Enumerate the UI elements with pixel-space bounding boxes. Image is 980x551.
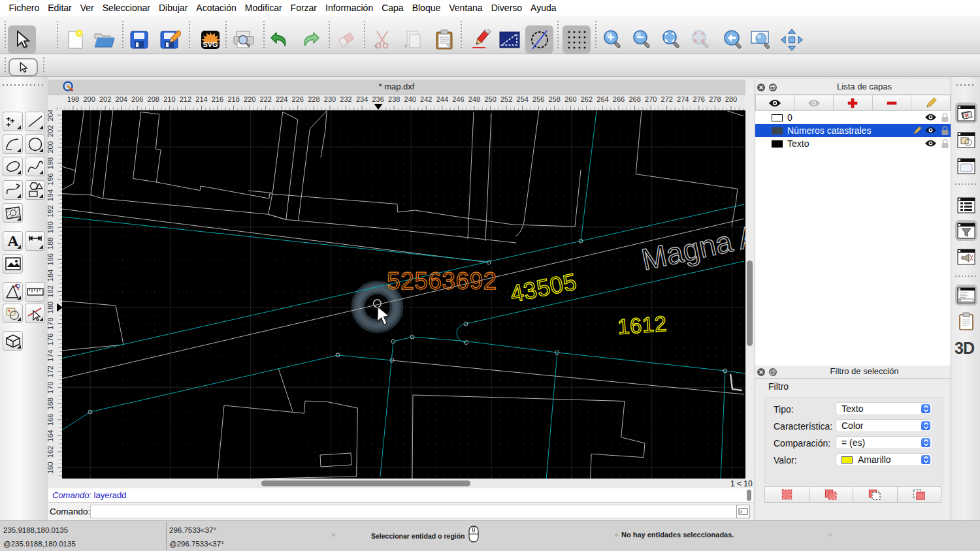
svg-text:212: 212 <box>180 95 191 103</box>
svg-text:228: 228 <box>308 95 319 103</box>
svg-text:170: 170 <box>48 382 54 394</box>
svg-text:164: 164 <box>48 430 54 441</box>
svg-text:244: 244 <box>436 95 448 103</box>
svg-text:234: 234 <box>356 95 368 103</box>
svg-text:266: 266 <box>613 95 625 103</box>
svg-text:260: 260 <box>564 95 576 103</box>
svg-text:+: + <box>374 42 378 50</box>
svg-text:214: 214 <box>195 95 207 103</box>
svg-text:226: 226 <box>292 95 304 103</box>
svg-text:200: 200 <box>83 95 95 103</box>
svg-text:268: 268 <box>629 95 640 103</box>
svg-text:220: 220 <box>244 95 255 103</box>
svg-text:190: 190 <box>48 221 54 233</box>
svg-text:180: 180 <box>48 302 54 313</box>
svg-text:240: 240 <box>404 95 416 103</box>
svg-text:254: 254 <box>517 95 529 103</box>
svg-text:204: 204 <box>116 95 127 103</box>
svg-text:196: 196 <box>48 173 54 185</box>
svg-text:210: 210 <box>163 95 175 103</box>
svg-text:276: 276 <box>693 95 705 103</box>
svg-text:278: 278 <box>709 95 721 103</box>
svg-text:162: 162 <box>48 446 54 458</box>
svg-text:194: 194 <box>48 189 54 201</box>
svg-text:280: 280 <box>725 95 737 103</box>
svg-text:+: + <box>404 42 408 50</box>
svg-text:216: 216 <box>212 95 223 103</box>
svg-text:222: 222 <box>260 95 272 103</box>
svg-text:270: 270 <box>645 95 657 103</box>
svg-text:202: 202 <box>99 95 111 103</box>
svg-text:264: 264 <box>596 95 608 103</box>
svg-text:274: 274 <box>677 95 689 103</box>
svg-text:178: 178 <box>48 317 54 329</box>
svg-text:246: 246 <box>452 95 464 103</box>
svg-text:192: 192 <box>48 205 54 217</box>
svg-text:182: 182 <box>48 285 54 297</box>
svg-text:186: 186 <box>48 253 54 265</box>
svg-text:252: 252 <box>500 95 512 103</box>
svg-text:232: 232 <box>340 95 351 103</box>
svg-text:188: 188 <box>48 238 54 249</box>
svg-text:272: 272 <box>661 95 673 103</box>
svg-text:218: 218 <box>227 95 239 103</box>
svg-text:198: 198 <box>67 95 79 103</box>
svg-text:262: 262 <box>581 95 593 103</box>
svg-text:248: 248 <box>468 95 480 103</box>
svg-text:208: 208 <box>148 95 159 103</box>
svg-text:160: 160 <box>48 462 54 473</box>
svg-text:184: 184 <box>48 270 54 281</box>
svg-text:176: 176 <box>48 334 54 345</box>
svg-text:250: 250 <box>484 95 496 103</box>
svg-text:198: 198 <box>48 157 54 169</box>
svg-text:206: 206 <box>131 95 143 103</box>
svg-text:SVG: SVG <box>203 40 218 48</box>
svg-text:172: 172 <box>48 366 54 377</box>
svg-text:230: 230 <box>324 95 336 103</box>
svg-text:202: 202 <box>48 125 54 137</box>
svg-text:238: 238 <box>388 95 400 103</box>
svg-text:1612: 1612 <box>617 311 668 339</box>
svg-text:52563692: 52563692 <box>387 268 497 294</box>
svg-text:168: 168 <box>48 398 54 409</box>
svg-text:242: 242 <box>420 95 432 103</box>
svg-text:236: 236 <box>372 95 384 103</box>
svg-text:200: 200 <box>48 141 54 153</box>
svg-text:258: 258 <box>549 95 561 103</box>
svg-text:174: 174 <box>48 350 54 362</box>
svg-text:224: 224 <box>276 95 287 103</box>
svg-text:204: 204 <box>48 110 54 121</box>
svg-text:166: 166 <box>48 414 54 426</box>
svg-text:256: 256 <box>532 95 544 103</box>
